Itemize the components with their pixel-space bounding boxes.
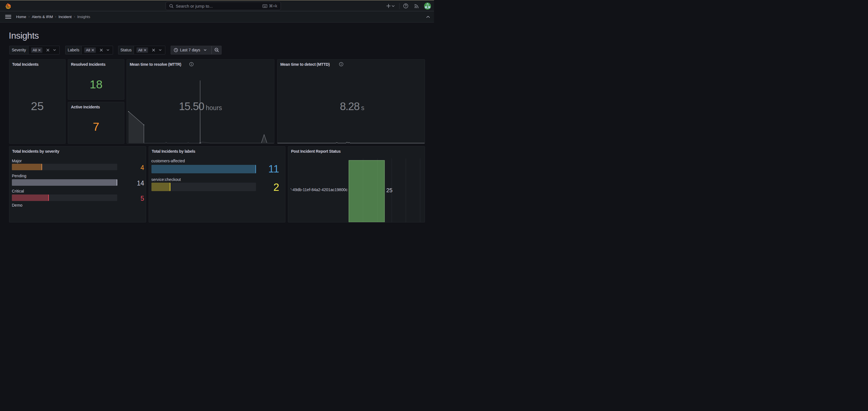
svg-text:25: 25 — [386, 187, 393, 193]
